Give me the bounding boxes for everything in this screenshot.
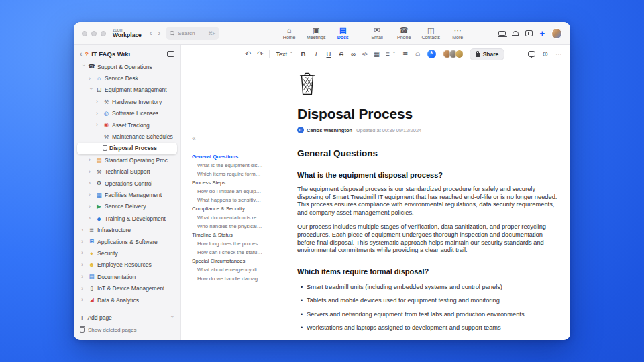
doc-bullet[interactable]: Workstations and laptops assigned to dev…: [307, 324, 560, 331]
collaborator-avatars[interactable]: [443, 50, 464, 58]
ai-companion-icon[interactable]: +: [539, 29, 545, 38]
add-page-button[interactable]: + Add page ›: [80, 312, 174, 324]
chevron-down-icon[interactable]: ›: [169, 316, 175, 320]
toc-item-process-steps[interactable]: Process Steps: [192, 178, 263, 187]
chevron-right-icon[interactable]: ›: [81, 274, 86, 280]
align-dropdown[interactable]: ≡›: [386, 51, 396, 58]
sidebar-page-service-delivery[interactable]: ›▶Service Delivery: [77, 201, 177, 213]
toc-item-general-questions[interactable]: General Questions: [192, 152, 263, 161]
chevron-right-icon[interactable]: ›: [81, 297, 86, 303]
sidebar-back-icon[interactable]: ‹: [80, 51, 82, 58]
chevron-right-icon[interactable]: ›: [89, 192, 93, 198]
sidebar-page-iot-device-management[interactable]: ›▯IoT & Device Management: [77, 282, 177, 294]
emoji-icon[interactable]: ☺: [414, 51, 421, 58]
sidebar-page-technical-support[interactable]: ›⚒Technical Support: [77, 166, 177, 178]
doc-subheading[interactable]: What is the equipment disposal process?: [297, 171, 560, 179]
doc-canvas[interactable]: Disposal Process C Carlos Washington Upd…: [297, 72, 560, 339]
sidebar-page-operations-control[interactable]: ›⚙Operations Control: [77, 178, 177, 189]
nav-tab-home[interactable]: ⌂Home: [276, 27, 303, 40]
nav-tab-meetings[interactable]: ▣Meetings: [303, 27, 329, 40]
doc-title[interactable]: Disposal Process: [297, 106, 560, 122]
chevron-right-icon[interactable]: ›: [81, 227, 86, 233]
more-icon[interactable]: ⋯: [555, 51, 562, 58]
toc-item-timeline-status[interactable]: Timeline & Status: [192, 231, 263, 239]
strikethrough-button[interactable]: S: [338, 51, 345, 58]
toc-item-what-documentation-is-req[interactable]: What documentation is req...: [192, 213, 263, 222]
chevron-right-icon[interactable]: ›: [89, 180, 93, 186]
chevron-right-icon[interactable]: ›: [89, 157, 93, 163]
chevron-right-icon[interactable]: ›: [96, 122, 101, 128]
toc-item-what-happens-to-sensitive[interactable]: What happens to sensitive ...: [192, 196, 263, 204]
doc-bullet[interactable]: Tablets and mobile devices used for equi…: [307, 297, 560, 304]
toc-item-which-items-require-formal[interactable]: Which items require formal ...: [192, 170, 263, 178]
chevron-right-icon[interactable]: ›: [96, 99, 101, 105]
share-button[interactable]: Share: [470, 48, 505, 60]
doc-subheading[interactable]: Which items require formal disposal?: [297, 267, 560, 276]
sidebar-page-data-analytics[interactable]: ›◢Data & Analytics: [77, 294, 177, 306]
sidebar-page-equipment-management[interactable]: ›⊡Equipment Management: [77, 84, 177, 96]
toc-item-how-can-i-check-the-status[interactable]: How can I check the status ...: [192, 248, 263, 257]
toc-item-special-circumstances[interactable]: Special Circumstances: [192, 257, 263, 265]
toc-item-compliance-security[interactable]: Compliance & Security: [192, 204, 263, 213]
sidebar-page-maintenance-schedules[interactable]: ⚒Maintenance Schedules: [77, 131, 177, 142]
globe-icon[interactable]: ⊕: [543, 51, 548, 58]
sidebar-page-software-licenses[interactable]: ›◎Software Licenses: [77, 108, 177, 119]
link-icon[interactable]: ∞: [351, 51, 356, 58]
chevron-down-icon[interactable]: ›: [88, 88, 94, 93]
sidebar-page-service-desk[interactable]: ›∩Service Desk: [77, 72, 177, 84]
nav-tab-more[interactable]: ⋯More: [444, 27, 471, 40]
user-avatar[interactable]: [551, 28, 562, 39]
toc-collapse-icon[interactable]: «: [192, 135, 196, 142]
forward-icon[interactable]: ›: [158, 29, 161, 37]
traffic-light-minimize[interactable]: [91, 31, 97, 36]
search-input[interactable]: Search ⌘F: [166, 27, 219, 40]
chevron-down-icon[interactable]: ›: [80, 64, 87, 69]
underline-button[interactable]: U: [325, 51, 332, 58]
chevron-right-icon[interactable]: ›: [89, 215, 93, 221]
doc-bullet[interactable]: Servers and networking equipment from te…: [307, 311, 560, 318]
bold-button[interactable]: B: [300, 51, 307, 58]
back-icon[interactable]: ‹: [150, 29, 152, 37]
sidebar-page-support-operations[interactable]: ›☎Support & Operations: [77, 61, 177, 72]
chevron-right-icon[interactable]: ›: [81, 250, 86, 256]
redo-icon[interactable]: ↷: [257, 50, 263, 58]
doc-paragraph[interactable]: Our process includes multiple stages of …: [297, 223, 560, 254]
sidebar-collapse-icon[interactable]: [167, 51, 174, 57]
nav-tab-phone[interactable]: ☎Phone: [390, 27, 417, 40]
italic-button[interactable]: I: [313, 51, 319, 58]
sidebar-page-employee-resources[interactable]: ›☻Employee Resources: [77, 259, 177, 271]
chevron-right-icon[interactable]: ›: [89, 169, 93, 175]
sidebar-page-security[interactable]: ›♦Security: [77, 247, 177, 259]
comment-icon[interactable]: [528, 51, 535, 57]
chevron-right-icon[interactable]: ›: [81, 262, 86, 268]
toc-item-how-long-does-the-process[interactable]: How long does the process ...: [192, 239, 263, 248]
chevron-right-icon[interactable]: ›: [81, 239, 86, 245]
sidebar-page-hardware-inventory[interactable]: ›⚒Hardware Inventory: [77, 96, 177, 107]
chevron-right-icon[interactable]: ›: [89, 76, 93, 82]
text-style-dropdown[interactable]: Text›: [276, 51, 294, 58]
sidebar-page-documentation[interactable]: ›▤Documentation: [77, 271, 177, 282]
toc-item-how-do-we-handle-damage[interactable]: How do we handle damage...: [192, 274, 263, 283]
sidebar-page-training-development[interactable]: ›◆Training & Development: [77, 213, 177, 224]
show-deleted-pages-button[interactable]: Show deleted pages: [80, 324, 174, 336]
nav-tab-email[interactable]: ✉Email: [364, 27, 390, 40]
sidebar-page-applications-software[interactable]: ›⊞Applications & Software: [77, 236, 177, 247]
codeblock-icon[interactable]: ▦: [374, 51, 380, 58]
ai-companion-button[interactable]: *: [427, 50, 436, 58]
undo-icon[interactable]: ↶: [245, 50, 251, 58]
doc-heading[interactable]: General Questions: [297, 148, 560, 158]
collaborator-avatar[interactable]: [455, 50, 464, 58]
doc-bullet[interactable]: Smart treadmill units (including embedde…: [307, 284, 560, 290]
code-icon[interactable]: </>: [362, 52, 368, 56]
toc-item-who-handles-the-physical-di[interactable]: Who handles the physical di...: [192, 222, 263, 231]
toc-item-what-about-emergency-dis[interactable]: What about emergency dis...: [192, 265, 263, 274]
nav-tab-contacts[interactable]: ◫Contacts: [417, 27, 444, 40]
sidebar-page-disposal-process[interactable]: Disposal Process: [77, 143, 177, 154]
doc-paragraph[interactable]: The equipment disposal process is our st…: [297, 186, 560, 217]
toc-item-how-do-i-initiate-an-equipm[interactable]: How do I initiate an equipm...: [192, 187, 263, 196]
traffic-light-close[interactable]: [82, 31, 87, 36]
bell-icon[interactable]: [513, 31, 519, 36]
panel-icon[interactable]: [525, 30, 533, 36]
sidebar-page-infrastructure[interactable]: ›≣Infrastructure: [77, 224, 177, 235]
toc-item-what-is-the-equipment-disp[interactable]: What is the equipment disp...: [192, 161, 263, 170]
